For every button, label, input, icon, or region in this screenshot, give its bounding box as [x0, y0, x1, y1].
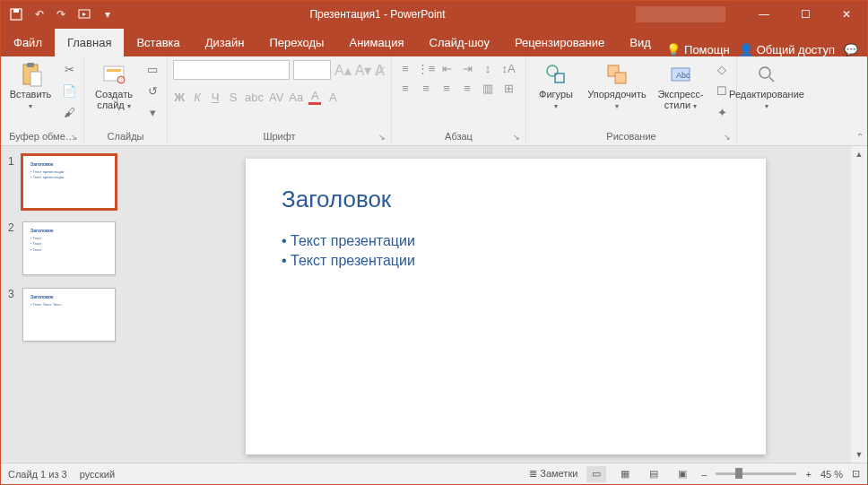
tab-transitions[interactable]: Переходы	[256, 29, 336, 56]
drawing-launcher-icon[interactable]: ↘	[724, 133, 731, 142]
thumb-item[interactable]: 2Заголовок• Текст• Текст• Текст	[8, 221, 137, 275]
font-size-combo[interactable]	[293, 60, 331, 80]
shape-effects-button[interactable]: ✦	[713, 103, 731, 121]
numbering-button[interactable]: ⋮≡	[418, 60, 434, 76]
reading-view-button[interactable]: ▤	[644, 466, 664, 482]
comments-button[interactable]: 💬	[844, 43, 858, 56]
thumb-item[interactable]: 1Заголовок• Текст презентации• Текст пре…	[8, 155, 137, 209]
scroll-down-icon[interactable]: ▼	[851, 446, 867, 463]
font-color-button[interactable]: A	[308, 89, 321, 105]
tab-insert[interactable]: Вставка	[124, 29, 192, 56]
svg-text:Abc: Abc	[676, 71, 690, 80]
char-spacing-button[interactable]: AV	[269, 91, 283, 104]
paragraph-launcher-icon[interactable]: ↘	[513, 133, 520, 142]
shapes-button[interactable]: Фигуры▾	[532, 60, 580, 113]
redo-icon[interactable]: ↷	[56, 8, 65, 21]
bold-button[interactable]: Ж	[173, 91, 186, 104]
slide-thumbnail[interactable]: Заголовок• Текст презентации• Текст през…	[22, 155, 116, 209]
group-label-slides: Слайды	[108, 131, 144, 142]
arrange-button[interactable]: Упорядочить▾	[586, 60, 648, 113]
shape-fill-button[interactable]: ◇	[713, 60, 731, 78]
tab-animations[interactable]: Анимация	[336, 29, 416, 56]
collapse-ribbon-icon[interactable]: ⌃	[856, 132, 864, 142]
font-launcher-icon[interactable]: ↘	[378, 133, 386, 142]
underline-button[interactable]: Ч	[209, 91, 221, 104]
tab-file[interactable]: Файл	[1, 29, 55, 56]
group-font: A▴ A▾ A̷ Ж К Ч S abc AV Aa A A Шрифт↘	[168, 56, 392, 145]
slide-sorter-button[interactable]: ▦	[615, 466, 635, 482]
align-left-button[interactable]: ≡	[397, 80, 413, 96]
scrollbar-track[interactable]	[851, 162, 867, 446]
tab-view[interactable]: Вид	[617, 29, 664, 56]
clear-formatting-icon[interactable]: A̷	[375, 62, 385, 79]
slide-body-placeholder[interactable]: Текст презентацииТекст презентации	[282, 233, 730, 269]
layout-button[interactable]: ▭	[143, 60, 161, 78]
slide-thumbnail[interactable]: Заголовок• Текст• Текст• Текст	[22, 221, 116, 275]
paste-button[interactable]: Вставить▾	[6, 60, 55, 113]
scroll-up-icon[interactable]: ▲	[851, 146, 867, 162]
tab-review[interactable]: Рецензирование	[502, 29, 617, 56]
clipboard-launcher-icon[interactable]: ↘	[71, 133, 78, 142]
tell-me-button[interactable]: 💡Помощн	[666, 43, 730, 56]
justify-button[interactable]: ≡	[459, 80, 475, 96]
normal-view-button[interactable]: ▭	[586, 466, 606, 482]
smartart-button[interactable]: ⊞	[500, 80, 516, 96]
format-painter-button[interactable]: 🖌	[60, 103, 78, 121]
cut-button[interactable]: ✂	[60, 60, 78, 78]
maximize-button[interactable]: ☐	[785, 1, 826, 28]
align-center-button[interactable]: ≡	[418, 80, 434, 96]
reset-button[interactable]: ↺	[143, 82, 161, 100]
thumb-number: 3	[8, 288, 17, 342]
share-button[interactable]: 👤Общий доступ	[739, 43, 835, 56]
undo-icon[interactable]: ↶	[35, 8, 44, 21]
columns-button[interactable]: ▥	[480, 80, 496, 96]
group-label-paragraph: Абзац	[445, 131, 473, 142]
zoom-slider-thumb[interactable]	[735, 468, 742, 479]
section-button[interactable]: ▾	[143, 103, 161, 121]
slide-canvas[interactable]: Заголовок Текст презентацииТекст презент…	[246, 159, 766, 455]
italic-button[interactable]: К	[191, 91, 204, 104]
tab-design[interactable]: Дизайн	[193, 29, 257, 56]
zoom-slider[interactable]	[716, 472, 796, 475]
highlight-button[interactable]: A	[326, 91, 339, 104]
account-area[interactable]	[636, 6, 725, 22]
start-from-beginning-icon[interactable]	[78, 8, 92, 21]
slideshow-view-button[interactable]: ▣	[673, 466, 692, 482]
font-name-combo[interactable]	[173, 60, 290, 80]
increase-indent-button[interactable]: ⇥	[459, 60, 475, 76]
notes-button[interactable]: ≣ Заметки	[529, 468, 577, 480]
fit-to-window-button[interactable]: ⊡	[852, 468, 860, 480]
tab-home[interactable]: Главная	[55, 29, 124, 56]
shape-outline-button[interactable]: ☐	[713, 82, 731, 100]
bullets-button[interactable]: ≡	[397, 60, 413, 76]
editing-button[interactable]: Редактирование▾	[742, 60, 791, 113]
increase-font-icon[interactable]: A▴	[334, 62, 352, 79]
vertical-scrollbar[interactable]: ▲ ▼	[851, 146, 867, 463]
ribbon: Вставить▾ ✂ 📄 🖌 Буфер обме…↘ Создать сла…	[1, 56, 867, 146]
quick-styles-button[interactable]: Abc Экспресс- стили ▾	[654, 60, 707, 113]
change-case-button[interactable]: Aa	[289, 91, 303, 104]
qat-customize-icon[interactable]: ▾	[105, 8, 110, 21]
slide-title-placeholder[interactable]: Заголовок	[282, 186, 730, 213]
copy-button[interactable]: 📄	[60, 82, 78, 100]
minimize-button[interactable]: —	[743, 1, 785, 28]
zoom-level[interactable]: 45 %	[820, 469, 843, 480]
decrease-indent-button[interactable]: ⇤	[438, 60, 455, 76]
new-slide-button[interactable]: Создать слайд ▾	[90, 60, 138, 113]
decrease-font-icon[interactable]: A▾	[355, 62, 372, 79]
strikethrough-button[interactable]: abc	[245, 91, 264, 104]
close-button[interactable]: ✕	[826, 1, 867, 28]
svg-marker-3	[82, 13, 86, 16]
slide-counter[interactable]: Слайд 1 из 3	[8, 469, 67, 480]
shadow-button[interactable]: S	[227, 91, 239, 104]
zoom-in-button[interactable]: +	[805, 469, 811, 480]
save-icon[interactable]	[10, 8, 22, 21]
zoom-out-button[interactable]: –	[701, 469, 707, 480]
thumb-item[interactable]: 3Заголовок• Текст Текст Текст	[8, 288, 137, 342]
line-spacing-button[interactable]: ↕	[480, 60, 496, 76]
slide-thumbnail[interactable]: Заголовок• Текст Текст Текст	[22, 288, 116, 342]
text-direction-button[interactable]: ↕A	[500, 60, 516, 76]
tab-slideshow[interactable]: Слайд-шоу	[417, 29, 502, 56]
language-indicator[interactable]: русский	[80, 469, 115, 480]
align-right-button[interactable]: ≡	[438, 80, 455, 96]
